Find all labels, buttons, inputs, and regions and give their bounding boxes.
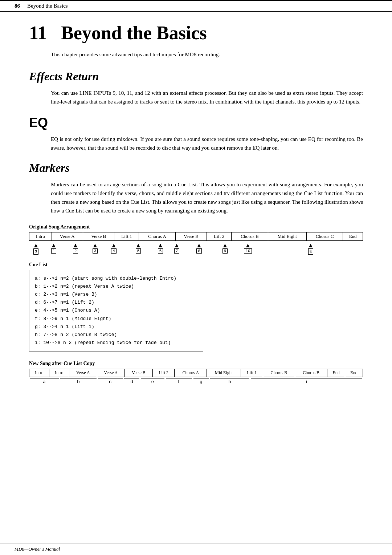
ns-mideight: Mid Eight [207,369,241,377]
cue-line-g: g: 3-->4 n=1 (Lift 1) [35,323,197,331]
arr-cell-chorusa: Chorus A [139,232,175,240]
letter-a: a [30,379,59,385]
marker-6: ▲ 6 [153,242,168,254]
bracket-a [30,378,59,378]
ns-intro2: Intro [49,369,69,377]
marker-9-label: 9 [222,248,228,254]
marker-s: ▲ S [29,242,43,255]
marker-10: ▲ 10 [237,242,258,254]
marker-10-arrow: ▲ [245,242,251,248]
ns-chorusb1: Chorus B [263,369,295,377]
effects-return-heading: Effects Return [29,70,363,83]
original-song-label: Original Song Arrangement [29,224,363,230]
letter-b: b [60,379,97,385]
ns-end1: End [327,369,345,377]
arr-cell-intro: Intro [29,232,52,240]
marker-4-label: 4 [111,248,117,254]
arrangement-table: Intro Verse A Verse B Lift 1 Chorus A Ve… [29,232,363,241]
arr-cell-mideight: Mid Eight [268,232,306,240]
ns-chorusb2: Chorus B [295,369,327,377]
ns-versea1: Verse A [69,369,97,377]
letter-h: h [210,379,249,385]
marker-2: ▲ 2 [65,242,86,254]
marker-10-label: 10 [244,248,252,254]
cue-line-f: f: 8-->9 n=1 (Middle Eight) [35,315,197,323]
cue-line-a: a: s-->1 n=2 (start song with double-len… [35,275,197,283]
effects-return-body: You can use LINE INPUTs 9, 10, 11, and 1… [51,89,363,106]
marker-1: ▲ 1 [43,242,65,254]
marker-8-label: 8 [196,248,202,254]
bracket-c [98,378,123,378]
chapter-title: 11 Beyond the Basics [29,23,363,43]
marker-7-label: 7 [174,248,180,254]
marker-4: ▲ 4 [104,242,124,254]
arr-cell-end: End [343,232,363,240]
new-song-arrangement: New Song after Cue List Copy Intro Intro… [29,361,363,385]
markers-section: Markers Markers can be used to arrange s… [29,161,363,385]
arr-cell-lift1: Lift 1 [114,232,139,240]
eq-heading: EQ [29,115,363,130]
marker-8: ▲ 8 [185,242,213,254]
cue-line-i: i: 10-->e n=2 (repeat Ending twice for f… [35,339,197,347]
marker-3-label: 3 [93,248,98,254]
ns-versea2: Verse A [97,369,125,377]
bracket-d [124,378,139,378]
page-container: 86 Beyond the Basics 11 Beyond the Basic… [0,0,392,555]
ns-chorusa: Chorus A [175,369,207,377]
markers-arrow-row: ▲ S ▲ 1 ▲ 2 ▲ 3 [29,242,363,255]
marker-9: ▲ 9 [213,242,237,254]
new-song-table: Intro Intro Verse A Verse A Verse B Lift… [29,369,363,377]
effects-return-section: Effects Return You can use LINE INPUTs 9… [29,70,363,106]
marker-2-arrow: ▲ [73,242,79,248]
cue-line-b: b: 1-->2 n=2 (repeat Verse A twice) [35,283,197,291]
arr-cell-lift2: Lift 2 [207,232,232,240]
marker-e-arrow: ▲ [308,242,314,248]
original-song-arrangement: Original Song Arrangement Intro Verse A … [29,224,363,255]
cue-list-label: Cue List [29,262,363,268]
marker-s-label: S [33,248,39,255]
bracket-i [251,378,362,378]
marker-7: ▲ 7 [168,242,185,254]
header-bar: 86 Beyond the Basics [0,0,392,12]
ns-lift1: Lift 1 [241,369,263,377]
main-content: 11 Beyond the Basics This chapter provid… [0,12,392,414]
marker-5-arrow: ▲ [135,242,142,248]
arr-cell-chorusb: Chorus B [232,232,268,240]
ns-end2: End [345,369,363,377]
chapter-number: 11 [29,23,47,43]
cue-line-c: c: 2-->3 n=1 (Verse B) [35,291,197,299]
marker-e: ▲ E [258,242,363,255]
arr-cell-versea: Verse A [52,232,83,240]
header-chapter-title: Beyond the Basics [27,3,68,9]
arr-cell-verseb2: Verse B [175,232,207,240]
ns-lift2: Lift 2 [152,369,175,377]
marker-3: ▲ 3 [86,242,104,254]
marker-s-arrow: ▲ [33,242,39,248]
cue-line-e: e: 4-->5 n=1 (Chorus A) [35,307,197,315]
bracket-g [193,378,209,378]
bracket-e [141,378,164,378]
marker-1-arrow: ▲ [51,242,57,248]
letter-f: f [166,379,192,385]
marker-8-arrow: ▲ [196,242,202,248]
ns-intro1: Intro [29,369,49,377]
marker-5: ▲ 5 [124,242,153,254]
footer-bar: MD8—Owner's Manual [0,543,392,555]
markers-heading: Markers [29,161,363,175]
letter-c: c [98,379,123,385]
new-song-letters: a b c d e f g h i [29,379,363,385]
bracket-h [210,378,249,378]
new-song-label: New Song after Cue List Copy [29,361,363,366]
new-song-brackets [29,378,363,378]
marker-3-arrow: ▲ [92,242,98,248]
cue-line-h: h: 7-->8 n=2 (Chorus B twice) [35,331,197,339]
header-page-number: 86 [15,3,20,9]
marker-5-label: 5 [136,248,141,254]
marker-9-arrow: ▲ [222,242,228,248]
letter-e: e [141,379,164,385]
arr-cell-verseb: Verse B [83,232,114,240]
marker-4-arrow: ▲ [111,242,117,248]
letter-i: i [251,379,362,385]
bracket-b [60,378,97,378]
marker-7-arrow: ▲ [174,242,180,248]
